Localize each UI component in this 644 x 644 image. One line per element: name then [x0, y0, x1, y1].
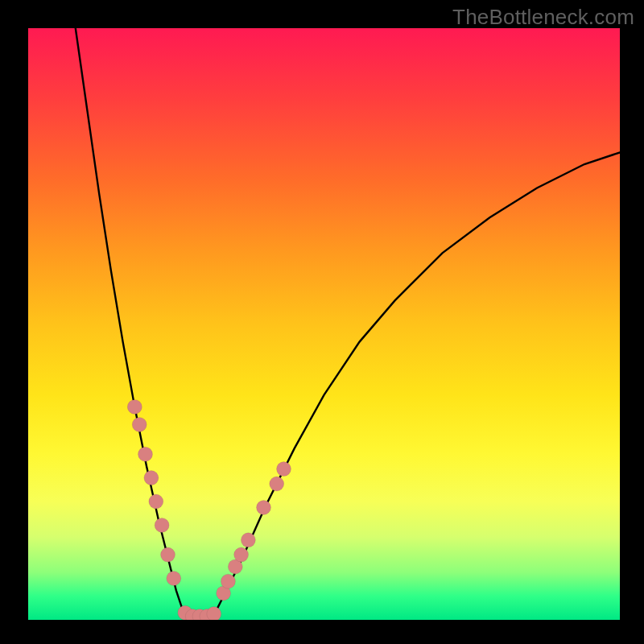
marker-dot — [144, 471, 159, 485]
watermark-text: TheBottleneck.com — [452, 5, 634, 30]
marker-dot — [207, 607, 221, 620]
marker-dot — [277, 462, 291, 477]
marker-dot — [161, 547, 175, 562]
marker-dot — [257, 500, 271, 514]
marker-dot — [155, 518, 169, 532]
curve-layer — [28, 28, 620, 620]
marker-dot — [127, 399, 142, 414]
marker-dot — [221, 574, 235, 588]
bottleneck-curve — [76, 28, 620, 620]
marker-dot — [132, 417, 147, 431]
marker-dot — [241, 533, 255, 547]
marker-dot — [167, 572, 181, 586]
chart-frame: TheBottleneck.com — [0, 0, 644, 644]
curve-markers — [127, 399, 291, 620]
marker-dot — [138, 447, 153, 461]
gradient-background — [28, 28, 620, 620]
marker-dot — [234, 547, 249, 562]
marker-dot — [270, 477, 284, 491]
marker-dot — [149, 494, 163, 509]
